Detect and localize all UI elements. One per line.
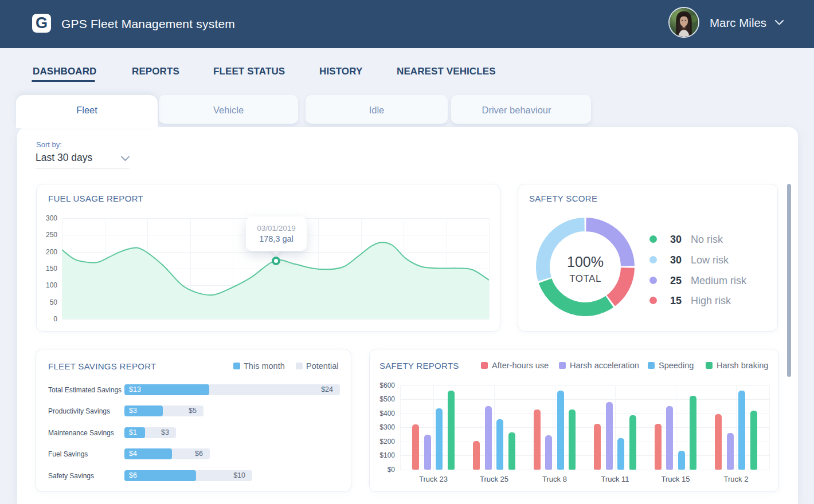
svg-text:TOTAL: TOTAL <box>569 273 601 284</box>
svg-text:100%: 100% <box>567 254 604 270</box>
